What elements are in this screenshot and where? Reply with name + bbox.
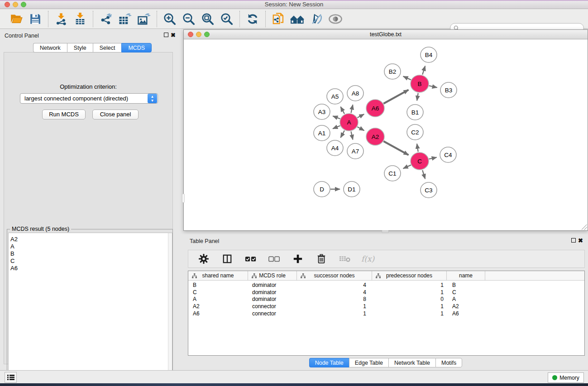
- graph-node-A1[interactable]: A1: [314, 125, 330, 141]
- zoom-in-icon[interactable]: [163, 12, 177, 26]
- network-canvas[interactable]: B4B2BB3A8A5A6A3B1AC2A1A2A4A7C4CC1C3DD1: [184, 39, 588, 230]
- table-cell[interactable]: 4: [297, 282, 372, 289]
- float-panel-icon[interactable]: [164, 33, 168, 37]
- criterion-select[interactable]: largest connected component (directed) ▲…: [20, 93, 158, 104]
- deselect-all-icon[interactable]: [267, 252, 282, 266]
- graph-node-D1[interactable]: D1: [344, 181, 360, 197]
- graph-edge-A-A7[interactable]: [351, 132, 353, 140]
- import-table-icon[interactable]: [73, 12, 87, 26]
- zoom-fit-icon[interactable]: [201, 12, 215, 26]
- delete-column-icon[interactable]: [314, 252, 329, 266]
- function-builder-icon[interactable]: f(x): [361, 254, 374, 263]
- graph-edge-A-A1[interactable]: [333, 126, 340, 129]
- table-row[interactable]: A6connector11A6: [188, 310, 584, 318]
- table-cell[interactable]: dominator: [248, 296, 297, 303]
- hide-annotations-icon[interactable]: [309, 12, 324, 26]
- tab-motifs[interactable]: Motifs: [435, 358, 462, 367]
- close-panel-icon[interactable]: ✖: [171, 33, 176, 38]
- mcds-result-item[interactable]: A6: [9, 264, 172, 272]
- tab-network-table[interactable]: Network Table: [388, 358, 435, 367]
- refresh-icon[interactable]: [245, 12, 260, 26]
- table-cell[interactable]: A: [188, 296, 248, 303]
- table-settings-icon[interactable]: [196, 252, 211, 266]
- graph-node-B2[interactable]: B2: [384, 64, 401, 79]
- graph-node-B3[interactable]: B3: [440, 82, 457, 98]
- close-panel-button[interactable]: Close panel: [92, 110, 139, 119]
- tab-mcds[interactable]: MCDS: [121, 43, 152, 52]
- graph-edge-B-B4[interactable]: [422, 66, 425, 75]
- graph-edge-A-A6[interactable]: [358, 114, 364, 118]
- run-mcds-button[interactable]: Run MCDS: [42, 110, 86, 119]
- horizontal-splitter-grip[interactable]: [382, 230, 389, 233]
- column-header-mcds-role[interactable]: MCDS role: [248, 271, 297, 280]
- network-window-titlebar[interactable]: testGlobe.txt: [184, 30, 588, 39]
- mcds-result-item[interactable]: A2: [9, 235, 172, 243]
- first-neighbors-icon[interactable]: [290, 12, 305, 26]
- table-cell[interactable]: C: [447, 289, 485, 296]
- memory-button[interactable]: Memory: [548, 372, 584, 383]
- zoom-selected-icon[interactable]: [220, 12, 234, 26]
- show-column-panel-icon[interactable]: [220, 252, 234, 266]
- graph-node-B4[interactable]: B4: [421, 47, 437, 62]
- graph-node-C1[interactable]: C1: [384, 166, 401, 181]
- task-history-button[interactable]: [5, 372, 17, 383]
- graph-node-A4[interactable]: A4: [327, 140, 343, 156]
- table-close-panel-icon[interactable]: ✖: [578, 238, 583, 243]
- graph-edge-A-A5[interactable]: [340, 107, 344, 114]
- close-window-button[interactable]: [5, 2, 10, 7]
- table-cell[interactable]: 1: [372, 303, 447, 310]
- tab-network[interactable]: Network: [33, 43, 67, 52]
- table-cell[interactable]: 1: [372, 282, 447, 289]
- graph-node-A7[interactable]: A7: [347, 143, 363, 159]
- table-cell[interactable]: B: [188, 282, 248, 289]
- tab-style[interactable]: Style: [67, 43, 93, 52]
- table-cell[interactable]: A: [447, 296, 485, 303]
- graph-edge-C-C1[interactable]: [403, 165, 411, 169]
- table-cell[interactable]: B: [447, 282, 485, 289]
- graph-node-A3[interactable]: A3: [314, 104, 330, 119]
- table-float-panel-icon[interactable]: [571, 238, 576, 243]
- graph-edge-C-C3[interactable]: [422, 170, 425, 179]
- minimize-window-button[interactable]: [13, 2, 18, 7]
- open-file-icon[interactable]: [9, 12, 24, 26]
- save-session-icon[interactable]: [28, 12, 43, 26]
- table-cell[interactable]: 8: [297, 296, 372, 303]
- table-cell[interactable]: 1: [372, 289, 447, 296]
- graph-edge-A-A4[interactable]: [340, 130, 344, 138]
- show-graphics-icon[interactable]: [328, 12, 343, 26]
- graph-node-A8[interactable]: A8: [347, 86, 363, 101]
- graph-edge-A-A3[interactable]: [333, 116, 340, 119]
- table-cell[interactable]: 1: [372, 310, 447, 318]
- graph-node-A6[interactable]: A6: [366, 100, 384, 117]
- table-cell[interactable]: 1: [297, 303, 372, 310]
- table-cell[interactable]: C: [188, 289, 248, 296]
- graph-edge-C-C2[interactable]: [417, 144, 418, 152]
- graph-edge-A2-C[interactable]: [383, 141, 408, 155]
- table-cell[interactable]: A2: [447, 303, 485, 310]
- select-all-icon[interactable]: [244, 252, 258, 266]
- maximize-window-button[interactable]: [21, 2, 26, 7]
- export-image-icon[interactable]: [137, 12, 151, 26]
- export-table-icon[interactable]: [118, 12, 132, 26]
- import-network-icon[interactable]: [54, 12, 68, 26]
- graph-node-C4[interactable]: C4: [440, 147, 456, 162]
- table-row[interactable]: Cdominator41C: [188, 289, 584, 296]
- graph-node-A[interactable]: A: [340, 114, 358, 131]
- graph-node-C3[interactable]: C3: [421, 182, 437, 198]
- graph-edge-B-B3[interactable]: [429, 86, 437, 87]
- tab-node-table[interactable]: Node Table: [309, 358, 349, 367]
- graph-node-C[interactable]: C: [411, 152, 429, 170]
- graph-node-D[interactable]: D: [314, 181, 330, 197]
- table-cell[interactable]: 4: [297, 289, 372, 296]
- graph-node-A2[interactable]: A2: [366, 128, 384, 145]
- table-row[interactable]: Bdominator41B: [188, 282, 584, 289]
- graph-edge-C-C4[interactable]: [429, 157, 436, 159]
- mcds-result-item[interactable]: A: [9, 243, 172, 250]
- column-header-shared-name[interactable]: shared name: [188, 271, 248, 280]
- clone-network-icon[interactable]: [271, 12, 286, 26]
- delete-table-icon[interactable]: [338, 252, 352, 266]
- table-cell[interactable]: connector: [248, 303, 297, 310]
- table-cell[interactable]: dominator: [248, 282, 297, 289]
- table-cell[interactable]: connector: [248, 310, 297, 318]
- table-cell[interactable]: dominator: [248, 289, 297, 296]
